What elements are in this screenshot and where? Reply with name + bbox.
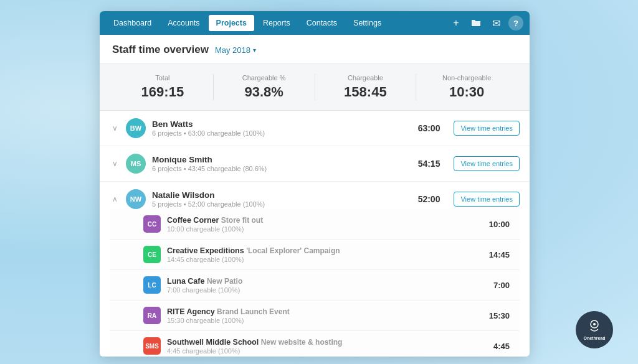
avatar: MS: [126, 154, 146, 174]
project-name: Southwell Middle School New website & ho…: [167, 338, 475, 347]
stat-label: Total: [112, 74, 213, 82]
mail-icon[interactable]: ✉: [488, 16, 503, 30]
stat-non-chargeable: Non-chargeable 10:30: [416, 74, 517, 100]
project-time: 15:30: [482, 311, 510, 320]
date-label: May 2018: [215, 45, 250, 55]
svg-point-1: [593, 323, 596, 325]
staff-header: ∨ MS Monique Smith 6 projects • 43:45 ch…: [110, 154, 520, 174]
staff-name: Monique Smith: [152, 155, 402, 164]
expand-chevron-icon[interactable]: ∨: [110, 124, 120, 133]
project-info: Luna Cafe New Patio 7:00 chargeable (100…: [167, 277, 475, 294]
staff-header: ∧ NW Natalie Wilsdon 5 projects • 52:00 …: [110, 189, 520, 209]
staff-row: ∨ MS Monique Smith 6 projects • 43:45 ch…: [100, 146, 530, 182]
nav-actions: + ✉ ?: [449, 16, 523, 30]
app-window: DashboardAccountsProjectsReportsContacts…: [100, 11, 530, 357]
nav-item-accounts[interactable]: Accounts: [160, 15, 207, 31]
project-campaign: Brand Launch Event: [217, 307, 290, 316]
project-rows: CC Coffee Corner Store fit out 10:00 cha…: [110, 209, 520, 357]
project-sub: 15:30 chargeable (100%): [167, 317, 475, 324]
page-title: Staff time overview: [112, 44, 209, 56]
staff-time: 54:15: [409, 159, 440, 169]
staff-time: 63:00: [409, 123, 440, 133]
project-row: RA RITE Agency Brand Launch Event 15:30 …: [110, 301, 520, 331]
project-avatar: SMS: [143, 337, 161, 355]
view-time-entries-button[interactable]: View time entries: [454, 121, 520, 136]
project-name: RITE Agency Brand Launch Event: [167, 307, 475, 316]
add-icon[interactable]: +: [449, 16, 464, 30]
nav-items: DashboardAccountsProjectsReportsContacts…: [106, 15, 449, 31]
top-nav: DashboardAccountsProjectsReportsContacts…: [100, 11, 530, 35]
project-time: 7:00: [482, 281, 510, 290]
staff-name: Natalie Wilsdon: [152, 190, 402, 200]
project-info: Southwell Middle School New website & ho…: [167, 338, 475, 355]
project-row: LC Luna Cafe New Patio 7:00 chargeable (…: [110, 270, 520, 301]
project-avatar: LC: [143, 276, 161, 294]
stat-chargeable--: Chargeable % 93.8%: [214, 74, 315, 100]
project-campaign: 'Local Explorer' Campaign: [246, 246, 340, 255]
nav-item-contacts[interactable]: Contacts: [299, 15, 345, 31]
project-time: 4:45: [482, 342, 510, 351]
stat-label: Non-chargeable: [416, 74, 517, 82]
project-campaign: New website & hosting: [261, 338, 343, 347]
staff-info: Natalie Wilsdon 5 projects • 52:00 charg…: [152, 190, 402, 208]
project-avatar: RA: [143, 307, 161, 324]
stat-total: Total 169:15: [112, 74, 214, 100]
help-icon[interactable]: ?: [508, 16, 523, 30]
project-row: SMS Southwell Middle School New website …: [110, 331, 520, 357]
nav-item-dashboard[interactable]: Dashboard: [106, 15, 159, 31]
project-campaign: New Patio: [207, 277, 242, 286]
onethread-badge[interactable]: Onethread: [576, 311, 613, 348]
project-name: Luna Cafe New Patio: [167, 277, 475, 286]
date-selector[interactable]: May 2018 ▾: [215, 45, 256, 55]
nav-item-projects[interactable]: Projects: [209, 15, 254, 31]
project-time: 10:00: [482, 220, 510, 229]
stat-value: 10:30: [416, 84, 517, 100]
project-name: Creative Expeditions 'Local Explorer' Ca…: [167, 246, 475, 255]
project-info: Creative Expeditions 'Local Explorer' Ca…: [167, 246, 475, 263]
project-info: Coffee Corner Store fit out 10:00 charge…: [167, 216, 475, 233]
onethread-icon: [587, 319, 602, 335]
view-time-entries-button[interactable]: View time entries: [454, 192, 520, 207]
stat-value: 158:45: [315, 84, 416, 100]
project-time: 14:45: [482, 250, 510, 259]
stat-label: Chargeable %: [214, 74, 315, 82]
folder-icon[interactable]: [469, 16, 483, 30]
avatar: BW: [126, 118, 146, 138]
project-sub: 4:45 chargeable (100%): [167, 347, 475, 355]
project-info: RITE Agency Brand Launch Event 15:30 cha…: [167, 307, 475, 324]
project-sub: 7:00 chargeable (100%): [167, 286, 475, 294]
project-campaign: Store fit out: [221, 216, 263, 225]
view-time-entries-button[interactable]: View time entries: [454, 156, 520, 171]
content-area: Staff time overview May 2018 ▾ Total 169…: [100, 35, 530, 357]
stat-value: 169:15: [112, 84, 213, 100]
staff-sub: 6 projects • 63:00 chargeable (100%): [152, 129, 402, 137]
stats-row: Total 169:15 Chargeable % 93.8% Chargeab…: [100, 64, 530, 111]
project-sub: 14:45 chargeable (100%): [167, 256, 475, 263]
project-name: Coffee Corner Store fit out: [167, 216, 475, 225]
project-avatar: CC: [143, 215, 161, 233]
page-header: Staff time overview May 2018 ▾: [100, 35, 530, 64]
staff-name: Ben Watts: [152, 119, 402, 129]
stat-value: 93.8%: [214, 84, 315, 100]
project-avatar: CE: [143, 246, 161, 263]
project-row: CC Coffee Corner Store fit out 10:00 cha…: [110, 209, 520, 240]
avatar: NW: [126, 189, 146, 209]
onethread-label: Onethread: [583, 336, 605, 340]
staff-sub: 6 projects • 43:45 chargeable (80.6%): [152, 165, 402, 172]
nav-item-settings[interactable]: Settings: [346, 15, 389, 31]
expand-chevron-icon[interactable]: ∧: [110, 195, 120, 203]
staff-header: ∨ BW Ben Watts 6 projects • 63:00 charge…: [110, 118, 520, 138]
nav-item-reports[interactable]: Reports: [255, 15, 298, 31]
staff-time: 52:00: [409, 194, 440, 204]
chevron-down-icon: ▾: [253, 47, 256, 54]
project-sub: 10:00 chargeable (100%): [167, 225, 475, 233]
staff-list: ∨ BW Ben Watts 6 projects • 63:00 charge…: [100, 111, 530, 357]
expand-chevron-icon[interactable]: ∨: [110, 159, 120, 168]
staff-row: ∧ NW Natalie Wilsdon 5 projects • 52:00 …: [100, 182, 530, 357]
staff-sub: 5 projects • 52:00 chargeable (100%): [152, 200, 402, 208]
project-row: CE Creative Expeditions 'Local Explorer'…: [110, 240, 520, 270]
staff-info: Ben Watts 6 projects • 63:00 chargeable …: [152, 119, 402, 137]
stat-label: Chargeable: [315, 74, 416, 82]
stat-chargeable: Chargeable 158:45: [315, 74, 417, 100]
staff-row: ∨ BW Ben Watts 6 projects • 63:00 charge…: [100, 111, 530, 146]
